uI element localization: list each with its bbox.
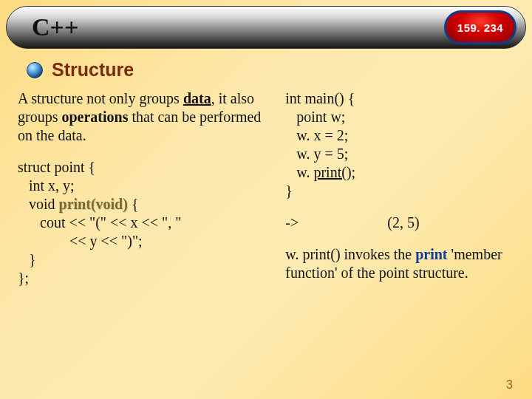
print-call: print();	[313, 164, 355, 180]
main-code: int main() { point w; w. x = 2; w. y = 5…	[285, 89, 514, 200]
print-decl: print(void)	[59, 196, 128, 212]
code-line: int main() {	[285, 90, 355, 106]
title: C++	[32, 13, 78, 41]
subtitle-row: Structure	[27, 59, 532, 81]
code-line: << y << ")";	[18, 233, 143, 249]
intro-paragraph: A structure not only groups data, it als…	[18, 89, 270, 145]
code-line: w. x = 2;	[285, 127, 348, 143]
code-line: }	[18, 251, 36, 267]
explain-pre: w. print() invokes the	[285, 246, 415, 262]
code-line: struct point {	[18, 159, 95, 175]
intro-data: data	[183, 90, 211, 106]
content: A structure not only groups data, it als…	[18, 89, 514, 287]
bullet-icon	[27, 62, 43, 78]
code-line: point w;	[285, 109, 345, 125]
page-number: 3	[506, 378, 513, 392]
explanation: w. print() invokes the print 'member fun…	[285, 245, 514, 282]
struct-code: struct point { int x, y; void print(void…	[18, 158, 270, 287]
explain-kw: print	[415, 246, 447, 262]
output-row: ->(2, 5)	[285, 214, 514, 232]
code-line: }	[285, 183, 293, 199]
intro-ops: operations	[61, 109, 128, 125]
arrow: ->	[285, 214, 299, 231]
output-value: (2, 5)	[387, 214, 419, 231]
code-line: w. y = 5;	[285, 146, 348, 162]
code-line: };	[18, 270, 29, 286]
intro-pre: A structure not only groups	[18, 90, 183, 106]
code-line: cout << "(" << x << ", "	[18, 214, 181, 231]
subtitle: Structure	[52, 59, 134, 81]
left-column: A structure not only groups data, it als…	[18, 89, 270, 287]
code-line: void	[18, 196, 59, 212]
right-column: int main() { point w; w. x = 2; w. y = 5…	[285, 89, 514, 287]
course-badge: 159. 234	[444, 10, 516, 44]
code-line: int x, y;	[18, 177, 75, 194]
course-code: 159. 234	[457, 21, 503, 34]
code-line: {	[128, 196, 139, 212]
title-bar: C++ 159. 234	[6, 6, 526, 49]
code-line: w.	[285, 164, 313, 180]
